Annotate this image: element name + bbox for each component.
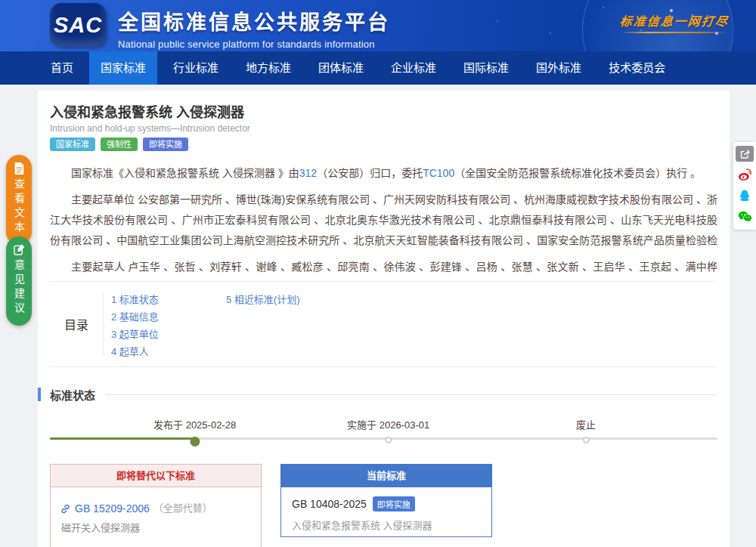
- link-icon: [60, 503, 71, 515]
- section-accent-bar: [38, 388, 41, 401]
- standard-detail-card: 入侵和紧急报警系统 入侵探测器 Intrusion and hold-up sy…: [38, 91, 730, 547]
- nav-item-technical-committees[interactable]: 技术委员会: [597, 51, 677, 85]
- wechat-icon[interactable]: [737, 210, 753, 224]
- toc-link-drafting-units[interactable]: 3 起草单位: [111, 326, 226, 343]
- view-text-button[interactable]: 查看文本: [6, 155, 32, 245]
- standards-cards-row: 即将替代以下标准 GB 15209-2006 （全部代替） 磁开关入侵探测器 G…: [50, 464, 492, 547]
- replaced-standard-link[interactable]: GB 15209-2006: [75, 499, 150, 518]
- org-code-link[interactable]: 312: [299, 167, 317, 179]
- share-button[interactable]: [736, 146, 754, 162]
- status-section-header: 标准状态: [38, 387, 730, 402]
- sac-logo[interactable]: SAC: [50, 3, 106, 47]
- replace-note: （全部代替）: [153, 499, 212, 518]
- nav-item-enterprise-standards[interactable]: 企业标准: [380, 51, 448, 85]
- standard-title-en: Intrusion and hold-up systems—Intrusion …: [50, 123, 250, 134]
- qq-icon[interactable]: [737, 188, 752, 204]
- tag-upcoming: 即将实施: [143, 138, 188, 151]
- toc-label: 目录: [50, 282, 103, 366]
- timeline-dot-hollow: [385, 437, 392, 443]
- timeline-label: 废止: [576, 417, 596, 431]
- tag-national-standard: 国家标准: [50, 138, 95, 151]
- weibo-icon[interactable]: [737, 168, 753, 182]
- paragraph-drafters: 主要起草人 卢玉华 、张哲 、刘荐轩 、谢峰 、臧松彦 、邱亮南 、徐伟波 、彭…: [50, 257, 717, 277]
- para1-text: （全国安全防范报警系统标准化技术委员会）执行 。: [454, 167, 701, 179]
- timeline-stage-implemented: 实施于 2026-03-01: [347, 417, 429, 443]
- section-rule-line: [106, 394, 717, 395]
- tag-mandatory: 强制性: [101, 138, 138, 151]
- standard-description: 国家标准《入侵和紧急报警系统 入侵探测器 》由312（公安部）归口，委托TC10…: [50, 163, 717, 277]
- site-header: SAC 全国标准信息公共服务平台 National public service…: [0, 0, 756, 51]
- toc-link-similar-standards[interactable]: 5 相近标准(计划): [226, 291, 300, 308]
- current-standard-desc: 入侵和紧急报警系统 入侵探测器: [292, 518, 481, 532]
- timeline-dot-filled: [190, 437, 200, 447]
- paragraph-drafting-units: 主要起草单位 公安部第一研究所 、博世(珠海)安保系统有限公司 、广州天网安防科…: [50, 190, 717, 251]
- platform-title: 全国标准信息公共服务平台: [118, 6, 390, 36]
- replaced-standard-row: GB 15209-2006 （全部代替）: [60, 499, 252, 518]
- timeline-label: 发布于 2025-02-28: [153, 417, 236, 431]
- current-standard-code: GB 10408-2025: [292, 498, 367, 510]
- timeline-stage-abolished: 废止: [576, 417, 596, 443]
- toc-link-standard-status[interactable]: 1 标准状态: [111, 291, 226, 308]
- slogan-underline: [620, 32, 729, 33]
- nav-item-national-standards[interactable]: 国家标准: [89, 51, 157, 85]
- timeline-dot-hollow: [583, 437, 590, 443]
- page-body: 入侵和紧急报警系统 入侵探测器 Intrusion and hold-up sy…: [0, 85, 756, 547]
- upcoming-badge: 即将实施: [373, 496, 415, 511]
- nav-item-international-standards[interactable]: 国际标准: [452, 51, 520, 85]
- edit-icon: [14, 244, 25, 255]
- para1-text: 国家标准《入侵和紧急报警系统 入侵探测器 》由: [71, 167, 299, 179]
- current-card-title: 当前标准: [281, 465, 491, 487]
- timeline-label: 实施于 2026-03-01: [347, 417, 429, 431]
- paragraph-governance: 国家标准《入侵和紧急报警系统 入侵探测器 》由312（公安部）归口，委托TC10…: [50, 163, 717, 184]
- main-nav: 首页 国家标准 行业标准 地方标准 团体标准 企业标准 国际标准 国外标准 技术…: [0, 51, 756, 85]
- nav-item-home[interactable]: 首页: [39, 51, 85, 85]
- document-icon: [14, 162, 25, 175]
- nav-item-group-standards[interactable]: 团体标准: [307, 51, 375, 85]
- status-timeline: 发布于 2025-02-28 实施于 2026-03-01 废止: [50, 417, 717, 462]
- toc-link-drafters[interactable]: 4 起草人: [111, 343, 226, 360]
- status-section-title: 标准状态: [50, 387, 95, 403]
- standard-title-cn: 入侵和紧急报警系统 入侵探测器: [50, 101, 244, 121]
- current-standard-card: 当前标准 GB 10408-2025 即将实施 入侵和紧急报警系统 入侵探测器: [280, 464, 492, 537]
- platform-subtitle: National public service platform for sta…: [118, 39, 390, 50]
- slogan-text: 标准信息一网打尽: [619, 11, 730, 29]
- replaced-standards-card: 即将替代以下标准 GB 15209-2006 （全部代替） 磁开关入侵探测器 G…: [50, 464, 262, 547]
- replaced-standard-link[interactable]: GB 15407-2010: [75, 544, 150, 547]
- nav-item-industry-standards[interactable]: 行业标准: [162, 51, 230, 85]
- slogan-banner: 标准信息一网打尽: [620, 11, 729, 33]
- nav-item-foreign-standards[interactable]: 国外标准: [525, 51, 593, 85]
- replaced-standard-row: GB 15407-2010 （全部代替）: [60, 544, 252, 547]
- nav-item-local-standards[interactable]: 地方标准: [234, 51, 302, 85]
- toc-link-basic-info[interactable]: 2 基础信息: [111, 308, 226, 326]
- replace-note: （全部代替）: [153, 544, 212, 547]
- feedback-button[interactable]: 意见建议: [6, 236, 32, 326]
- view-text-label: 查看文本: [11, 178, 26, 236]
- share-panel: [733, 142, 756, 230]
- para1-text: （公安部）归口，委托: [317, 167, 423, 179]
- toc-box: 目录 1 标准状态 2 基础信息 3 起草单位 4 起草人 5 相近标准(计划): [50, 281, 717, 367]
- share-icon: [739, 149, 751, 159]
- tc-committee-link[interactable]: TC100: [423, 167, 454, 179]
- standard-tags: 国家标准 强制性 即将实施: [50, 138, 188, 151]
- replaced-card-title: 即将替代以下标准: [51, 465, 261, 487]
- timeline-stage-published: 发布于 2025-02-28: [153, 417, 236, 447]
- replaced-standard-desc: 磁开关入侵探测器: [61, 520, 252, 536]
- feedback-label: 意见建议: [11, 259, 26, 317]
